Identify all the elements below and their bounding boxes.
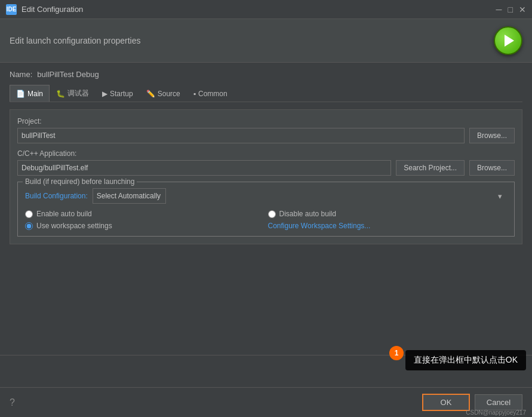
cancel-button[interactable]: Cancel [475,394,522,410]
radio-use-workspace-input[interactable] [25,222,33,230]
project-section: Project: Browse... [17,117,515,143]
tab-startup[interactable]: ▶ Startup [96,85,140,102]
configure-workspace-link[interactable]: Configure Workspace Settings... [268,222,508,230]
project-input[interactable] [17,128,465,143]
radio-enable-auto-build-input[interactable] [25,210,33,218]
startup-tab-icon: ▶ [102,90,107,98]
name-row: Name: bullPillTest Debug [10,70,522,79]
bottom-buttons: ? OK Cancel [10,394,522,411]
radio-disable-auto-build[interactable]: Disable auto build [268,210,508,218]
project-browse-button[interactable]: Browse... [469,128,515,143]
application-browse-button[interactable]: Browse... [469,160,515,176]
project-label: Project: [17,117,515,125]
maximize-button[interactable]: □ [508,5,513,14]
build-section: Build (if required) before launching Bui… [17,182,515,237]
ok-button[interactable]: OK [422,394,470,411]
annotation-badge: 1 [389,346,404,360]
run-button[interactable] [494,26,522,55]
tab-source-label: Source [158,90,180,98]
minimize-button[interactable]: ─ [496,5,502,14]
tab-source[interactable]: ✏️ Source [140,85,187,102]
debugger-tab-icon: 🐛 [56,90,65,98]
application-section: C/C++ Application: Search Project... Bro… [17,149,515,176]
header-area: Edit launch configuration properties [0,19,532,63]
title-bar: IDE Edit Configuration ─ □ ✕ [0,0,532,19]
tab-bar: 📄 Main 🐛 调试器 ▶ Startup ✏️ Source ▪ Commo… [10,85,522,102]
tab-common[interactable]: ▪ Common [187,85,234,102]
main-tab-icon: 📄 [16,90,25,98]
application-label: C/C++ Application: [17,149,515,158]
dialog-subtitle: Edit launch configuration properties [10,36,140,45]
application-field-row: Search Project... Browse... [17,160,515,176]
search-project-button[interactable]: Search Project... [396,160,465,176]
radio-enable-auto-build-label: Enable auto build [36,210,92,218]
source-tab-icon: ✏️ [146,90,155,98]
app-icon: IDE [6,4,17,15]
build-config-select[interactable]: Select Automatically Debug Release [93,188,166,204]
dialog-title: Edit Configuration [21,5,491,14]
tab-startup-label: Startup [110,90,133,98]
name-label: Name: [10,70,32,79]
radio-use-workspace-label: Use workspace settings [36,222,112,230]
tab-common-label: Common [198,90,227,98]
application-input[interactable] [17,160,391,176]
build-config-link[interactable]: Build Configuration: [25,192,88,200]
watermark: CSDN@nappyjoey217 [466,409,526,416]
annotation-text: 直接在弹出框中默认点击OK [405,350,526,370]
radio-group: Enable auto build Disable auto build Use… [25,210,507,230]
bottom-bar: ? OK Cancel [0,387,532,417]
form-panel: Project: Browse... C/C++ Application: Se… [10,109,522,244]
build-section-legend: Build (if required) before launching [23,177,137,186]
radio-disable-auto-build-label: Disable auto build [279,210,336,218]
common-tab-icon: ▪ [193,90,196,98]
radio-use-workspace[interactable]: Use workspace settings [25,222,265,230]
project-field-row: Browse... [17,128,515,143]
play-button-container [494,26,522,55]
close-button[interactable]: ✕ [519,5,526,14]
build-config-row: Build Configuration: Select Automaticall… [25,188,507,204]
name-value: bullPillTest Debug [37,70,99,79]
radio-enable-auto-build[interactable]: Enable auto build [25,210,265,218]
window-controls: ─ □ ✕ [496,5,526,14]
play-triangle-icon [505,35,514,47]
tab-debugger-label: 调试器 [67,88,89,99]
radio-disable-auto-build-input[interactable] [268,210,276,218]
dialog-content: Name: bullPillTest Debug 📄 Main 🐛 调试器 ▶ … [0,63,532,252]
tab-main-label: Main [27,90,43,98]
tab-main[interactable]: 📄 Main [10,85,50,102]
tab-debugger[interactable]: 🐛 调试器 [50,85,96,102]
build-config-select-wrapper: Select Automatically Debug Release [93,188,507,204]
help-icon[interactable]: ? [10,397,15,408]
